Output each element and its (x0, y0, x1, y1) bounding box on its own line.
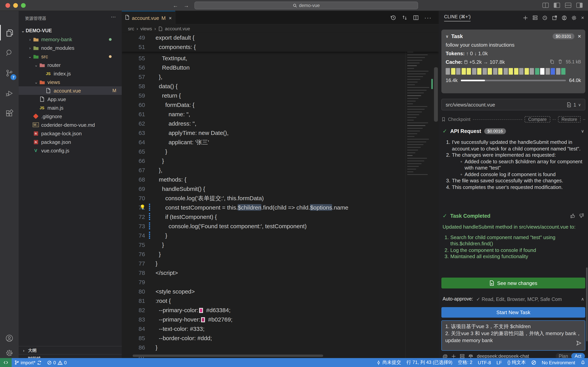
split-editor-icon[interactable] (413, 15, 419, 21)
git-branch-item[interactable]: import* (12, 358, 44, 367)
code-line-70[interactable]: 70 console.log('表单提交:', this.formData) (122, 194, 417, 203)
thumbs-up-icon[interactable] (570, 213, 576, 218)
back-arrow-icon[interactable]: ← (173, 2, 178, 9)
commit-status-item[interactable]: 尚未提交 (374, 358, 404, 367)
restore-button[interactable]: Restore (558, 116, 581, 123)
tree-item-views[interactable]: ⌄views (19, 78, 122, 86)
code-line-81[interactable]: 81:root { (122, 296, 417, 306)
minimize-window-button[interactable] (13, 3, 18, 8)
cline-tab-title[interactable]: CLINE (⌘+') (444, 14, 471, 21)
open-changes-icon[interactable] (402, 15, 408, 21)
editor-scrollbar[interactable] (433, 33, 439, 358)
code-line-80[interactable]: 80<style scoped> (122, 287, 417, 296)
eol-item[interactable]: LF (494, 358, 504, 367)
copy-icon[interactable] (549, 59, 554, 64)
thumbs-down-icon[interactable] (579, 213, 584, 218)
command-center-search[interactable]: demo-vue (194, 1, 418, 9)
toggle-secondary-sidebar-icon[interactable] (576, 3, 583, 8)
new-task-icon[interactable] (523, 15, 528, 20)
code-line-59[interactable]: 59 return { (122, 91, 417, 100)
explorer-actions-icon[interactable]: ⋯ (111, 14, 116, 20)
code-line-74[interactable]: 74 } (122, 231, 417, 240)
tree-item-App.vue[interactable]: App.vue (19, 95, 122, 103)
explorer-icon[interactable] (0, 25, 19, 41)
indentation-item[interactable]: 空格: 2 (455, 358, 475, 367)
forward-arrow-icon[interactable]: → (184, 2, 189, 9)
code-line-86[interactable]: 86} (122, 343, 417, 352)
breadcrumb[interactable]: src› views› account.vue (122, 25, 439, 33)
code-line-58[interactable]: 58 data() { (122, 82, 417, 91)
code-line-62[interactable]: 62 address: '', (122, 119, 417, 128)
minimap[interactable] (405, 33, 433, 358)
see-new-changes-button[interactable]: See new changes (441, 278, 585, 288)
close-panel-icon[interactable]: × (581, 15, 584, 21)
tree-item-package-lock.json[interactable]: npackage-lock.json (19, 129, 122, 138)
cursor-position-item[interactable]: 行 71, 列 43 (已选择9) (404, 358, 455, 367)
code-line-69[interactable]: 69 handleSubmit() { (122, 184, 417, 194)
run-debug-icon[interactable] (0, 85, 19, 101)
edited-file-row[interactable]: src/views/account.vue 1 ∨ (441, 99, 585, 110)
code-line-84[interactable]: 84 --text-color: #333; (122, 324, 417, 334)
chevron-down-icon[interactable]: ∨ (581, 128, 584, 133)
tab-account-vue[interactable]: account.vue M × (122, 11, 175, 25)
chat-input[interactable]: 1. 该项目基于vue 3，不支持 $children 2. 关注vue 3 和… (441, 320, 585, 351)
color-swatch[interactable] (199, 308, 203, 313)
code-line-51[interactable]: 51 components: { (122, 42, 439, 52)
lightbulb-icon[interactable]: 💡 (140, 204, 145, 210)
zoom-window-button[interactable] (21, 3, 26, 8)
tree-item-router[interactable]: ⌄router (19, 61, 122, 69)
tweet-feedback-icon[interactable] (529, 358, 539, 367)
customize-layout-icon[interactable] (543, 3, 549, 8)
horizontal-scrollbar[interactable] (133, 355, 323, 357)
code-line-75[interactable]: 75 } (122, 240, 417, 250)
notifications-bell-icon[interactable] (578, 358, 588, 367)
code-line-85[interactable]: 85 --border-color: #ddd; (122, 334, 417, 343)
toggle-panel-icon[interactable] (565, 3, 571, 8)
problems-item[interactable]: 0 0 (44, 358, 69, 367)
chevron-up-icon[interactable]: ∧ (581, 296, 584, 301)
tree-item-src[interactable]: ⌄src (19, 52, 122, 61)
toggle-primary-sidebar-icon[interactable] (554, 3, 560, 8)
panel-scrollbar[interactable] (586, 267, 588, 341)
code-line-66[interactable]: 66 } (122, 156, 417, 166)
account-icon[interactable] (562, 15, 567, 20)
code-line-64[interactable]: 64 applicant: '张三' (122, 138, 417, 147)
tree-item-node_modules[interactable]: ›node_modules (19, 43, 122, 52)
tree-item-index.js[interactable]: JSindex.js (19, 69, 122, 78)
code-area[interactable]: 49export default {51 components: { 55 Te… (122, 33, 439, 358)
sync-icon[interactable] (37, 360, 42, 365)
code-line-78[interactable]: 78</script> (122, 268, 417, 278)
start-new-task-button[interactable]: Start New Task (441, 307, 585, 318)
code-line-56[interactable]: 56 RedButton (122, 63, 417, 72)
code-line-49[interactable]: 49export default { (122, 33, 439, 42)
outline-section[interactable]: ›大纲 (19, 346, 122, 354)
breadcrumb-src[interactable]: src (128, 26, 134, 32)
open-in-editor-icon[interactable] (552, 15, 557, 20)
environment-item[interactable]: No Environment (539, 358, 578, 367)
code-line-68[interactable]: 68 methods: { (122, 175, 417, 184)
delete-icon[interactable] (558, 59, 563, 64)
close-tab-icon[interactable]: × (169, 15, 172, 21)
tree-root-demo-vue[interactable]: ⌄ DEMO-VUE (19, 26, 122, 35)
encoding-item[interactable]: UTF-8 (475, 358, 494, 367)
code-line-73[interactable]: 73 console.log('Found test component:', … (122, 222, 417, 231)
breadcrumb-file[interactable]: account.vue (165, 26, 190, 32)
timeline-history-icon[interactable] (390, 15, 396, 21)
tree-item-memory-bank[interactable]: ›memory-bank (19, 35, 122, 43)
close-task-icon[interactable]: × (578, 33, 581, 39)
code-line-55[interactable]: 55 TextInput, (122, 54, 417, 63)
code-line-63[interactable]: 63 applyTime: new Date(), (122, 128, 417, 138)
tree-item-vue.config.js[interactable]: Vvue.config.js (19, 146, 122, 155)
code-line-77[interactable]: 77} (122, 259, 417, 268)
tree-item-coderider-demo-vue.md[interactable]: M↓coderider-demo-vue.md (19, 121, 122, 129)
tree-item-.gitignore[interactable]: .gitignore (19, 112, 122, 121)
send-icon[interactable] (576, 340, 582, 348)
color-swatch[interactable] (201, 317, 205, 322)
code-line-82[interactable]: 82 --primary-color: #d63384; (122, 306, 417, 315)
code-line-72[interactable]: 72 if (testComponent) { (122, 212, 417, 222)
code-line-71[interactable]: 71💡 const testComponent = this.$children… (122, 203, 417, 212)
code-line-57[interactable]: 57 }, (122, 72, 417, 82)
tree-item-package.json[interactable]: npackage.json (19, 138, 122, 146)
tree-item-main.js[interactable]: JSmain.js (19, 103, 122, 112)
mcp-servers-icon[interactable] (533, 15, 538, 20)
